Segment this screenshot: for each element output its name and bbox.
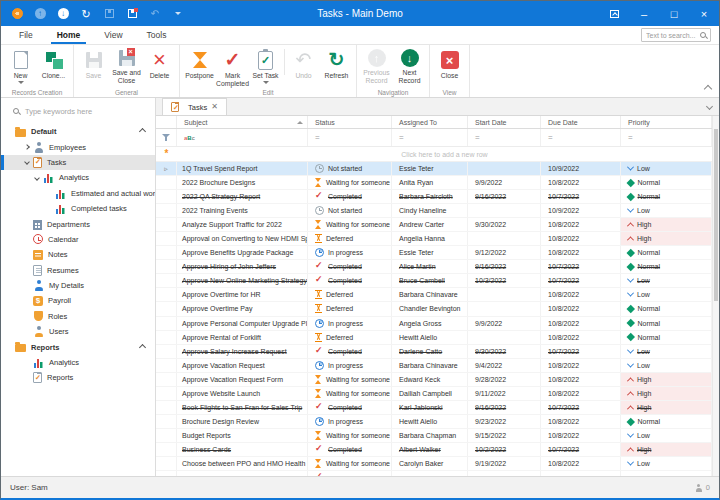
cell-priority[interactable]: Low xyxy=(621,162,712,175)
cell-start-date[interactable]: 9/19/2022 xyxy=(468,457,541,470)
cell-assigned-to[interactable]: Andrew Carter xyxy=(392,218,468,231)
next-record-button[interactable]: ↓Next Record xyxy=(393,47,426,85)
ribbon-tab-home[interactable]: Home xyxy=(45,26,93,44)
cell-subject[interactable]: 2022 Brochure Designs xyxy=(177,176,308,189)
task-row[interactable]: 2022 Brochure DesignsWaiting for someone… xyxy=(156,176,712,190)
task-row[interactable]: Approve Personal Computer Upgrade PlanIn… xyxy=(156,317,712,331)
sidebar-item-employees[interactable]: Employees xyxy=(1,139,155,154)
ribbon-tab-file[interactable]: File xyxy=(7,26,45,44)
cell-status[interactable]: Completed xyxy=(308,274,392,287)
sidebar-item-reports[interactable]: Reports xyxy=(1,339,155,354)
cell-subject[interactable]: Brochure Design Review xyxy=(177,415,308,428)
save-and-close-button[interactable]: ×Save and Close xyxy=(110,47,143,85)
cell-priority[interactable]: High xyxy=(621,373,712,386)
cell-priority[interactable]: Low xyxy=(621,274,712,287)
cell-status[interactable]: Completed xyxy=(308,190,392,203)
cell-priority[interactable]: Normal xyxy=(621,302,712,315)
column-header-due-date[interactable]: Due Date xyxy=(541,116,621,128)
cell-subject[interactable]: Approve Overtime for HR xyxy=(177,288,308,301)
tab-tasks[interactable]: Tasks ✕ xyxy=(162,98,227,115)
cell-start-date[interactable] xyxy=(468,204,541,217)
cell-due-date[interactable]: 10/8/2022 xyxy=(541,415,621,428)
cell-assigned-to[interactable]: Dailiah Campbell xyxy=(392,387,468,400)
sidebar-item-calendar[interactable]: Calendar xyxy=(1,232,155,247)
sidebar-item-users[interactable]: Users xyxy=(1,324,155,339)
cell-assigned-to[interactable]: Anita Ryan xyxy=(392,176,468,189)
cell-status[interactable]: In progress xyxy=(308,246,392,259)
cell-assigned-to[interactable]: Barbara Faircloth xyxy=(392,190,468,203)
cell-assigned-to[interactable]: Essie Teter xyxy=(392,162,468,175)
sidebar-item-resumes[interactable]: Resumes xyxy=(1,263,155,278)
sidebar-item-default[interactable]: Default xyxy=(1,124,155,139)
cell-assigned-to[interactable]: Carolyn Baker xyxy=(392,457,468,470)
cell-due-date[interactable]: 10/8/2022 xyxy=(541,218,621,231)
cell-status[interactable]: Waiting for someone else xyxy=(308,373,392,386)
cell-subject[interactable]: Choose between PPO and HMO Health Plan xyxy=(177,457,308,470)
cell-priority[interactable]: Normal xyxy=(621,415,712,428)
cell-assigned-to[interactable]: Albert Walker xyxy=(392,443,468,456)
cell-status[interactable]: Completed xyxy=(308,443,392,456)
cell-status[interactable]: In progress xyxy=(308,359,392,372)
cell-assigned-to[interactable]: Angela Gross xyxy=(392,317,468,330)
cell-status[interactable]: Waiting for someone else xyxy=(308,176,392,189)
cell-priority[interactable]: Low xyxy=(621,457,712,470)
task-row[interactable]: Book Flights to San Fran for Sales TripC… xyxy=(156,401,712,415)
cell-assigned-to[interactable]: Chandler Bevington xyxy=(392,302,468,315)
cell-subject[interactable]: Approve Vacation Request Form xyxy=(177,373,308,386)
cell-assigned-to[interactable]: Darlene Catto xyxy=(392,345,468,358)
scrollbar-thumb[interactable] xyxy=(714,129,718,301)
sidebar-item-reports[interactable]: Reports xyxy=(1,370,155,385)
cell-subject[interactable]: Approve Benefits Upgrade Package xyxy=(177,246,308,259)
cell-start-date[interactable]: 9/11/2022 xyxy=(468,387,541,400)
next-record-icon[interactable]: ↓ xyxy=(57,8,69,20)
cell-start-date[interactable]: 10/3/2022 xyxy=(468,274,541,287)
vertical-scrollbar[interactable] xyxy=(712,116,719,476)
task-row[interactable]: Approve Vacation Request FormWaiting for… xyxy=(156,373,712,387)
filter-cell-subject[interactable]: aBc xyxy=(177,129,308,146)
chevron-up-icon[interactable] xyxy=(139,344,146,351)
task-row[interactable]: Analyze Support Traffic for 2022Waiting … xyxy=(156,218,712,232)
sidebar-item-completed-tasks[interactable]: Completed tasks xyxy=(1,201,155,216)
cell-subject[interactable]: 2022 QA Strategy Report xyxy=(177,190,308,203)
cell-priority[interactable]: Low xyxy=(621,359,712,372)
close-icon[interactable]: × xyxy=(689,1,719,26)
cell-assigned-to[interactable]: Edward Keck xyxy=(392,373,468,386)
tab-list-chevron-icon[interactable] xyxy=(706,103,713,110)
cell-start-date[interactable] xyxy=(468,331,541,344)
cell-status[interactable]: Waiting for someone else xyxy=(308,429,392,442)
column-header-status[interactable]: Status xyxy=(308,116,392,128)
qat-dropdown-icon[interactable] xyxy=(172,8,184,20)
cell-status[interactable]: Completed xyxy=(308,260,392,273)
filter-cell-start-date[interactable]: = xyxy=(468,129,541,146)
cell-status[interactable]: In progress xyxy=(308,415,392,428)
cell-start-date[interactable]: 9/30/2022 xyxy=(468,345,541,358)
cell-status[interactable]: Deferred xyxy=(308,331,392,344)
sidebar-item-my-details[interactable]: My Details xyxy=(1,278,155,293)
cell-assigned-to[interactable]: Alice Martin xyxy=(392,260,468,273)
cell-assigned-to[interactable]: Angelia Hanna xyxy=(392,232,468,245)
task-row[interactable]: Approve Overtime PayDeferredChandler Bev… xyxy=(156,302,712,316)
cell-start-date[interactable]: 9/23/2022 xyxy=(468,415,541,428)
column-header-assigned-to[interactable]: Assigned To xyxy=(392,116,468,128)
task-row[interactable]: Approve Vacation RequestIn progressBarba… xyxy=(156,359,712,373)
sidebar-item-payroll[interactable]: $Payroll xyxy=(1,293,155,308)
grid-new-row[interactable]: * Click here to add a new row xyxy=(156,147,712,162)
cell-status[interactable]: Completed xyxy=(308,345,392,358)
cell-subject[interactable]: Approve Salary Increase Request xyxy=(177,345,308,358)
cell-due-date[interactable]: 10/9/2022 xyxy=(541,162,621,175)
cell-priority[interactable]: High xyxy=(621,232,712,245)
cell-due-date[interactable]: 10/7/2022 xyxy=(541,443,621,456)
cell-priority[interactable]: Normal xyxy=(621,246,712,259)
cell-start-date[interactable] xyxy=(468,162,541,175)
cell-start-date[interactable]: 9/28/2022 xyxy=(468,373,541,386)
cell-due-date[interactable]: 10/8/2022 xyxy=(541,387,621,400)
cell-due-date[interactable]: 10/8/2022 xyxy=(541,331,621,344)
sidebar-item-departments[interactable]: Departments xyxy=(1,216,155,231)
column-header-subject[interactable]: Subject xyxy=(177,116,308,128)
cell-subject[interactable]: 1Q Travel Spend Report xyxy=(177,162,308,175)
cell-due-date[interactable]: 10/7/2022 xyxy=(541,274,621,287)
ribbon-tab-tools[interactable]: Tools xyxy=(135,26,179,44)
sidebar-item-analytics[interactable]: Analytics xyxy=(1,170,155,185)
sidebar-search-box[interactable]: Type keywords here xyxy=(1,98,155,124)
cell-subject[interactable]: Approve Personal Computer Upgrade Plan xyxy=(177,317,308,330)
